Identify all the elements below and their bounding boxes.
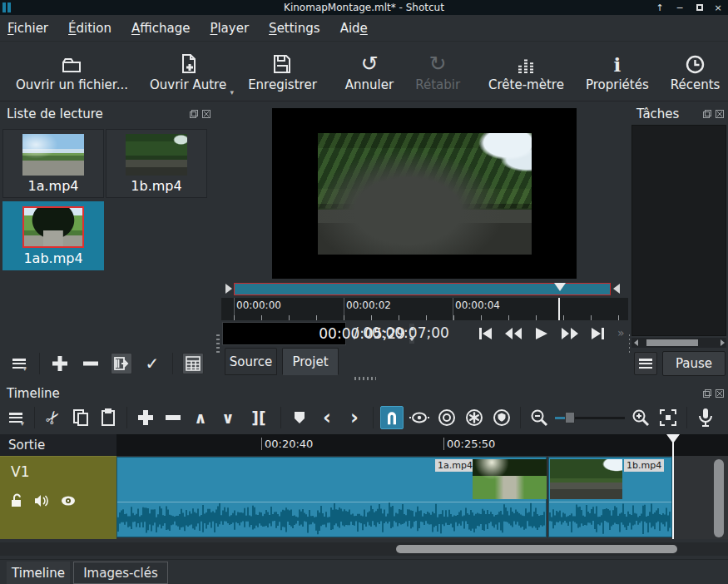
zoom-in-button[interactable] (629, 406, 652, 429)
scroll-left-icon[interactable] (631, 338, 640, 348)
rewind-icon (505, 327, 522, 340)
splitter-handle[interactable] (354, 377, 376, 380)
details-view-button[interactable] (182, 353, 204, 374)
copy-button[interactable] (69, 406, 92, 429)
menu-settings[interactable]: Settings (269, 21, 320, 36)
window-close-button[interactable]: × (710, 0, 726, 15)
player-ruler[interactable]: 00:00:00 00:00:02 00:00:04 (221, 298, 628, 320)
clip-thumbnail (126, 134, 187, 176)
peak-meter-button[interactable]: Crête-mètre (478, 45, 575, 98)
menu-aide[interactable]: Aide (340, 21, 368, 36)
ripple-markers-toggle[interactable] (490, 406, 513, 429)
timeline-playhead-line[interactable] (672, 434, 674, 539)
zoom-out-button[interactable] (527, 406, 551, 429)
zoom-fit-button[interactable] (656, 406, 680, 429)
skip-to-end-button[interactable] (587, 323, 609, 344)
scrubber[interactable] (221, 280, 628, 298)
menu-affichage[interactable]: Affichage (131, 21, 190, 36)
menu-edition[interactable]: Édition (68, 21, 111, 36)
timeline-playhead[interactable] (666, 434, 680, 443)
playlist-item-selected[interactable]: 1ab.mp4 (2, 201, 104, 270)
separator (172, 353, 173, 374)
playlist-menu-button[interactable]: ▾ (8, 353, 30, 374)
playlist-remove-button[interactable] (80, 353, 102, 374)
tab-project[interactable]: Projet (282, 348, 339, 375)
trim-in-handle[interactable] (225, 284, 232, 294)
close-panel-icon[interactable] (201, 109, 211, 119)
float-panel-icon[interactable] (702, 389, 712, 398)
paste-button[interactable] (97, 406, 120, 429)
fast-forward-button[interactable] (559, 323, 581, 344)
skip-to-start-button[interactable] (474, 323, 496, 344)
snap-toggle[interactable] (380, 406, 404, 429)
track-header-v1[interactable]: V1 (0, 456, 116, 539)
tab-timeline[interactable]: Timeline (7, 562, 70, 584)
marker-button[interactable] (288, 406, 311, 429)
mute-speaker-icon[interactable] (34, 494, 49, 507)
undo-button[interactable]: ↺ Annuler (334, 45, 404, 98)
tasks-scrollbar[interactable] (631, 338, 726, 348)
timeline-horizontal-scrollbar[interactable] (0, 542, 728, 556)
player-playhead[interactable] (554, 283, 566, 291)
window-minimize-button[interactable]: − (671, 0, 688, 15)
tab-keyframes[interactable]: Images-clés (73, 562, 168, 584)
tasks-menu-button[interactable] (634, 352, 657, 375)
scroll-right-icon[interactable] (718, 338, 726, 348)
scrollbar-thumb[interactable] (714, 459, 724, 537)
menu-fichier[interactable]: Fichier (7, 21, 48, 36)
separator (39, 353, 40, 374)
open-as-clip-button[interactable] (111, 353, 132, 374)
timeline-clip-1b[interactable]: 1b.mp4 (548, 457, 672, 537)
timeline-vertical-scrollbar[interactable] (713, 458, 725, 541)
prev-marker-button[interactable]: ‹ (315, 406, 339, 429)
window-shade-button[interactable]: ↑ (651, 0, 668, 15)
zoom-slider[interactable] (555, 411, 625, 424)
float-panel-icon[interactable] (702, 109, 712, 119)
close-panel-icon[interactable] (715, 109, 725, 119)
update-button[interactable]: ✓ (141, 353, 163, 374)
slider-handle[interactable] (565, 412, 575, 423)
close-panel-icon[interactable] (715, 389, 725, 398)
ripple-delete-button[interactable] (161, 406, 185, 429)
toolbar-overflow-button[interactable]: » (617, 326, 625, 339)
output-corner[interactable]: Sortie (0, 434, 116, 456)
scrollbar-track[interactable] (640, 339, 718, 346)
overwrite-button[interactable]: ∨ (216, 406, 240, 429)
ripple-all-tracks-toggle[interactable] (463, 406, 486, 429)
trim-out-handle[interactable] (613, 284, 620, 294)
save-button[interactable]: Enregistrer (237, 45, 328, 98)
ripple-toggle[interactable] (435, 406, 458, 429)
lift-button[interactable]: ∧ (189, 406, 212, 429)
float-panel-icon[interactable] (189, 109, 199, 119)
scrollbar-thumb[interactable] (396, 545, 677, 553)
hide-eye-icon[interactable] (60, 495, 77, 507)
playlist-item[interactable]: 1a.mp4 (2, 129, 104, 198)
tab-source[interactable]: Source (225, 348, 277, 375)
timeline-clip-1a[interactable]: 1a.mp4 (116, 457, 547, 537)
playlist-add-button[interactable] (49, 353, 71, 374)
playlist-item[interactable]: 1b.mp4 (106, 129, 207, 198)
open-file-button[interactable]: Ouvrir un fichier... (5, 45, 139, 98)
rewind-button[interactable] (503, 323, 524, 344)
clip-thumbnail (22, 134, 84, 176)
split-button[interactable]: ][ (244, 406, 274, 429)
open-other-button[interactable]: Ouvrir Autre ▾ (139, 45, 237, 98)
menu-player[interactable]: Player (210, 21, 249, 36)
ruler-label: 00:00:00 (236, 299, 281, 311)
play-button[interactable] (531, 323, 552, 344)
scrollbar-thumb[interactable] (646, 339, 698, 346)
append-button[interactable] (134, 406, 157, 429)
cut-button[interactable]: ✂ (42, 406, 65, 429)
video-frame (318, 133, 532, 255)
scrub-while-dragging-toggle[interactable] (408, 406, 431, 429)
record-audio-button[interactable] (694, 406, 717, 429)
properties-button[interactable]: i Propriétés (575, 45, 660, 98)
window-maximize-button[interactable] (691, 0, 708, 15)
recents-button[interactable]: Récents (660, 45, 728, 98)
next-marker-button[interactable]: › (343, 406, 366, 429)
pause-button[interactable]: Pause (662, 351, 726, 376)
splitter-handle[interactable] (216, 334, 220, 354)
current-time-spinbox[interactable] (222, 322, 346, 345)
timeline-menu-button[interactable]: ▾ (4, 406, 27, 429)
lock-icon[interactable] (10, 493, 23, 508)
